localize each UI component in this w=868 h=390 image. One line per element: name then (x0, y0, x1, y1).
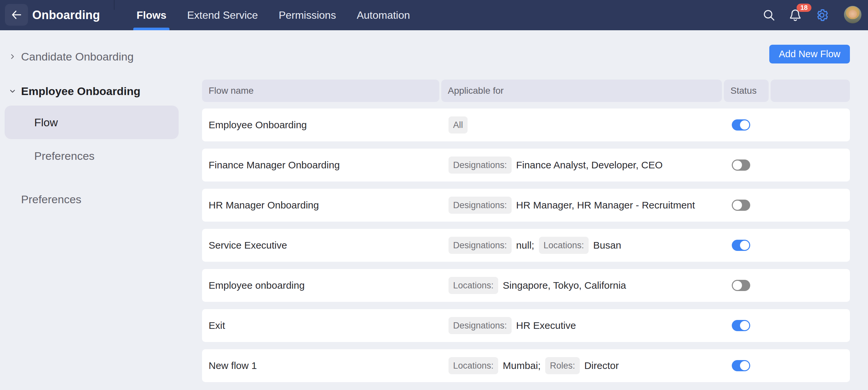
applicable-value: Director (584, 360, 619, 371)
gear-icon[interactable] (814, 0, 830, 30)
applicable-for-cell: Designations: HR Executive (448, 309, 576, 342)
flow-name: Employee onboarding (209, 269, 305, 302)
top-navigation-bar: Onboarding Flows Extend Service Permissi… (0, 0, 868, 30)
back-arrow-icon (10, 8, 23, 21)
flow-table: Employee Onboarding All Finance Manager … (202, 108, 850, 389)
user-avatar[interactable] (844, 6, 861, 23)
applicable-value: Mumbai; (503, 360, 540, 371)
flow-name: Service Executive (209, 229, 287, 262)
tab-automation[interactable]: Automation (357, 0, 410, 30)
applicable-for-cell: Designations: null; Locations: Busan (448, 229, 621, 262)
applicable-badge: Roles: (545, 357, 580, 374)
toggle-knob (740, 120, 749, 130)
applicable-badge: Locations: (539, 237, 589, 254)
sidebar-item-preferences-sub[interactable]: Preferences (34, 149, 94, 162)
page-title: Onboarding (32, 0, 100, 30)
flow-name: New flow 1 (209, 349, 257, 382)
column-header-status: Status (724, 79, 769, 102)
applicable-badge: Locations: (448, 357, 498, 374)
flow-name: Employee Onboarding (209, 108, 307, 141)
applicable-badge: Locations: (448, 277, 498, 294)
status-toggle[interactable] (732, 320, 750, 331)
toggle-knob (733, 160, 742, 170)
sidebar-item-employee-onboarding[interactable]: Employee Onboarding (8, 85, 141, 98)
tab-permissions[interactable]: Permissions (279, 0, 336, 30)
nav-divider (114, 0, 115, 10)
applicable-badge: All (448, 117, 468, 133)
nav-tabs: Flows Extend Service Permissions Automat… (136, 0, 410, 30)
column-header-empty (771, 79, 850, 102)
table-row[interactable]: Employee onboarding Locations: Singapore… (202, 269, 850, 302)
table-row[interactable]: Exit Designations: HR Executive (202, 309, 850, 342)
toggle-knob (733, 281, 742, 290)
applicable-value: null; (516, 240, 534, 251)
toggle-knob (740, 361, 749, 370)
sidebar-item-candidate-onboarding[interactable]: Candidate Onboarding (8, 50, 133, 63)
flow-name: Finance Manager Onboarding (209, 149, 340, 182)
sidebar-item-flow-selected[interactable]: Flow (5, 105, 179, 139)
applicable-value: Busan (593, 240, 621, 251)
toggle-knob (740, 321, 749, 330)
table-row[interactable]: Service Executive Designations: null; Lo… (202, 229, 850, 262)
sidebar-item-preferences-root[interactable]: Preferences (21, 193, 81, 206)
status-toggle[interactable] (732, 160, 750, 171)
status-toggle[interactable] (732, 200, 750, 211)
table-row[interactable]: Finance Manager Onboarding Designations:… (202, 149, 850, 182)
chevron-right-icon (8, 53, 17, 61)
table-row[interactable]: New flow 1 Locations: Mumbai; Roles: Dir… (202, 349, 850, 382)
applicable-value: Singapore, Tokyo, California (503, 280, 626, 291)
status-toggle[interactable] (732, 240, 750, 251)
applicable-for-cell: Locations: Singapore, Tokyo, California (448, 269, 626, 302)
back-button[interactable] (5, 4, 28, 26)
status-toggle[interactable] (732, 280, 750, 291)
toggle-knob (733, 201, 742, 210)
applicable-badge: Designations: (448, 317, 512, 334)
notification-count-badge: 18 (797, 4, 811, 12)
column-header-flow-name: Flow name (202, 79, 439, 102)
chevron-down-icon (8, 87, 17, 95)
table-row[interactable]: Employee Onboarding All (202, 108, 850, 141)
applicable-for-cell: Designations: HR Manager, HR Manager - R… (448, 189, 695, 222)
applicable-badge: Designations: (448, 237, 512, 254)
tab-flows[interactable]: Flows (136, 0, 166, 30)
flow-name: Exit (209, 309, 225, 342)
table-header: Flow name Applicable for Status (202, 79, 850, 102)
table-row[interactable]: HR Manager Onboarding Designations: HR M… (202, 189, 850, 222)
status-toggle[interactable] (732, 360, 750, 371)
tab-extend-service[interactable]: Extend Service (187, 0, 258, 30)
applicable-value: HR Manager, HR Manager - Recruitment (516, 200, 695, 211)
toggle-knob (740, 241, 749, 250)
applicable-badge: Designations: (448, 197, 512, 214)
applicable-value: HR Executive (516, 320, 576, 331)
column-header-applicable-for: Applicable for (441, 79, 722, 102)
add-new-flow-button[interactable]: Add New Flow (769, 45, 850, 63)
applicable-for-cell: Locations: Mumbai; Roles: Director (448, 349, 619, 382)
search-icon[interactable] (762, 0, 777, 30)
applicable-badge: Designations: (448, 157, 512, 174)
applicable-for-cell: All (448, 108, 468, 141)
active-tab-indicator (133, 28, 169, 30)
status-toggle[interactable] (732, 119, 750, 131)
applicable-for-cell: Designations: Finance Analyst, Developer… (448, 149, 663, 182)
flow-name: HR Manager Onboarding (209, 189, 319, 222)
applicable-value: Finance Analyst, Developer, CEO (516, 160, 663, 171)
